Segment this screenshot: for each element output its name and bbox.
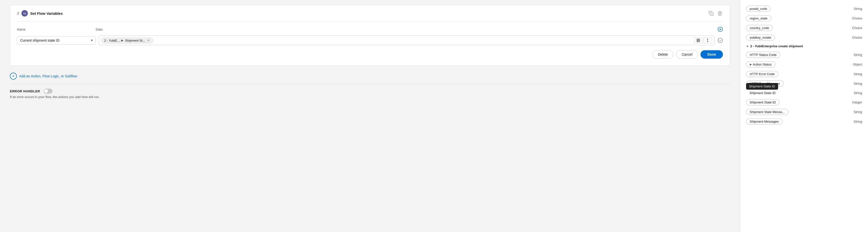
merge-fields-button[interactable]: [704, 37, 712, 43]
chevron-right-icon: ▶: [750, 63, 752, 66]
pill-part1: 2 - YubiE...: [104, 39, 120, 42]
step-title: Set Flow Variables: [30, 11, 63, 15]
name-column-label: Name: [17, 28, 96, 31]
sidebar-pill-with-tooltip[interactable]: Shipment State ID: [746, 90, 779, 96]
sidebar-section-item: Shipment Messages String: [740, 117, 868, 126]
pill-separator-icon: ▶: [121, 39, 123, 42]
error-handler-section: ERROR HANDLER If an error occurs in your…: [10, 85, 730, 99]
sidebar-pill[interactable]: HTTP Status Code: [746, 52, 780, 58]
pill-part2: Shipment St...: [125, 39, 145, 42]
section-header-text: 2 - YubiEnterprise create shipment: [750, 44, 803, 48]
sidebar-pill[interactable]: region_state: [746, 15, 771, 22]
remove-variable-button[interactable]: [717, 38, 723, 43]
tooltip-popup: Shipment State ID: [746, 83, 778, 90]
right-sidebar: postal_code String region_state Choice c…: [740, 0, 868, 232]
step-icon-label: =y: [23, 12, 26, 15]
sidebar-top-item: region_state Choice: [740, 13, 868, 23]
step-number: 3: [17, 11, 19, 15]
sidebar-pill[interactable]: ▶Action Status: [746, 61, 775, 67]
pill-close-button[interactable]: ✕: [147, 39, 151, 42]
section-collapse-icon: ▼: [746, 45, 749, 48]
variable-row: Current shipment state ID ▼ 2 - YubiE...…: [17, 35, 723, 45]
sidebar-section-header: ▼ 2 - YubiEnterprise create shipment: [740, 42, 868, 50]
error-handler-title: ERROR HANDLER: [10, 90, 40, 93]
add-action-circle-button[interactable]: +: [10, 73, 17, 79]
sidebar-pill[interactable]: yubikey_model: [746, 34, 775, 41]
sidebar-section-item: Shipment State ID Integer: [740, 98, 868, 107]
sidebar-type: Choice: [852, 16, 862, 20]
sidebar-type: String: [854, 82, 862, 86]
sidebar-pill[interactable]: HTTP Error Code: [746, 71, 778, 77]
step-actions-icons: [708, 10, 723, 16]
data-action-buttons: [694, 37, 712, 43]
sidebar-pill[interactable]: postal_code: [746, 6, 771, 12]
sidebar-type: Choice: [852, 26, 862, 30]
delete-icon-button[interactable]: [717, 10, 723, 16]
sidebar-top-item: country_code Choice: [740, 23, 868, 33]
done-button[interactable]: Done: [701, 50, 723, 59]
add-action-row: + Add an Action, Flow Logic, or Subflow: [10, 73, 730, 79]
cancel-button[interactable]: Cancel: [676, 50, 698, 59]
sidebar-section-item: Shipment State ID Shipment State ID Stri…: [740, 89, 868, 98]
sidebar-type: String: [854, 7, 862, 10]
sidebar-section-item: HTTP Error Code String: [740, 69, 868, 79]
step-header: 3 =y Set Flow Variables: [17, 10, 723, 16]
copy-icon-button[interactable]: [708, 10, 714, 16]
step-icon: =y: [22, 10, 28, 16]
data-pill-container: 2 - YubiE... ▶ Shipment St... ✕: [99, 35, 715, 45]
bottom-buttons: Delete Cancel Done: [17, 50, 723, 59]
sidebar-type: String: [854, 72, 862, 76]
add-row-button[interactable]: [717, 27, 723, 32]
sidebar-top-item: yubikey_model Choice: [740, 33, 868, 42]
data-column-label: Data: [96, 28, 717, 31]
main-area: 3 =y Set Flow Variables: [0, 0, 740, 232]
sidebar-type: String: [854, 120, 862, 123]
sidebar-pill[interactable]: country_code: [746, 25, 773, 31]
sidebar-pill[interactable]: Shipment State ID: [746, 99, 780, 105]
sidebar-type: String: [854, 53, 862, 57]
error-handler-toggle[interactable]: [43, 89, 53, 94]
toggle-knob: [44, 89, 48, 93]
name-select-wrapper: Current shipment state ID ▼: [17, 36, 96, 44]
sidebar-pill[interactable]: Shipment Messages: [746, 119, 782, 125]
sidebar-type: Choice: [852, 36, 862, 39]
expand-reference-button[interactable]: [694, 37, 703, 43]
step-card: 3 =y Set Flow Variables: [10, 5, 730, 66]
error-handler-header: ERROR HANDLER: [10, 89, 730, 94]
add-action-label[interactable]: Add an Action, Flow Logic, or Subflow: [19, 74, 77, 78]
data-pill: 2 - YubiE... ▶ Shipment St... ✕: [101, 38, 153, 43]
svg-rect-0: [711, 13, 713, 15]
sidebar-type: String: [854, 91, 862, 95]
sidebar-top-items: postal_code String region_state Choice c…: [740, 4, 868, 42]
delete-button[interactable]: Delete: [652, 50, 674, 59]
sidebar-type: String: [854, 110, 862, 114]
sidebar-type: Integer: [852, 100, 862, 104]
sidebar-section-item: ▶Action Status Object: [740, 60, 868, 69]
sidebar-pill[interactable]: Shipment State Messa...: [746, 109, 788, 115]
sidebar-top-item: postal_code String: [740, 4, 868, 13]
row-header: Name Data: [17, 27, 723, 32]
error-handler-description: If an error occurs in your flow, the act…: [10, 95, 730, 99]
svg-rect-4: [697, 39, 700, 42]
sidebar-type: Object: [853, 63, 862, 66]
sidebar-section-item: HTTP Status Code String: [740, 50, 868, 60]
sidebar-section-items: HTTP Status Code String ▶Action Status O…: [740, 50, 868, 126]
name-select[interactable]: Current shipment state ID: [17, 36, 96, 44]
step-header-left: 3 =y Set Flow Variables: [17, 10, 63, 16]
sidebar-section-item: Shipment State Messa... String: [740, 107, 868, 117]
